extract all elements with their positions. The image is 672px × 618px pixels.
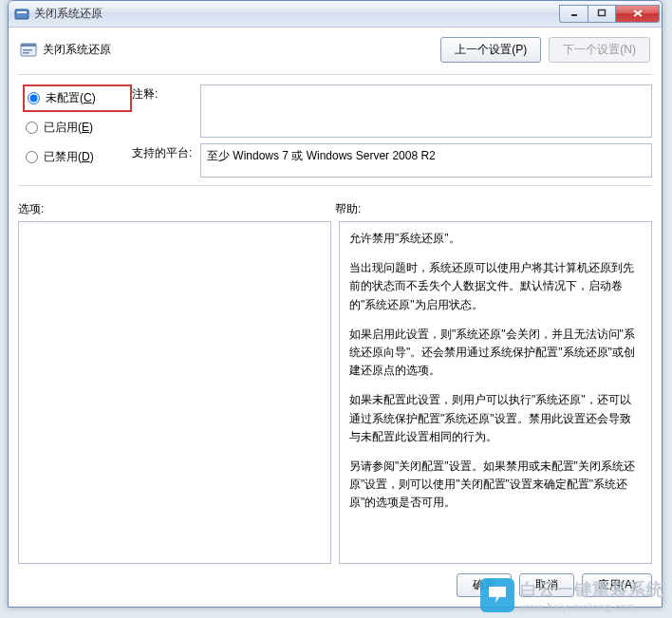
platform-label: 支持的平台:: [132, 143, 200, 161]
help-panel[interactable]: 允许禁用"系统还原"。当出现问题时，系统还原可以使用户将其计算机还原到先前的状态…: [339, 221, 652, 564]
close-button[interactable]: [616, 5, 660, 23]
config-section: 未配置(C) 已启用(E) 已禁用(D) 注释: 支持的平台:: [18, 84, 652, 178]
svg-rect-9: [23, 52, 29, 54]
radio-not-configured-input[interactable]: [28, 92, 40, 104]
policy-icon: [20, 42, 37, 59]
ok-button[interactable]: 确定: [457, 573, 512, 597]
radio-disabled[interactable]: 已禁用(D): [23, 147, 132, 167]
help-paragraph: 如果未配置此设置，则用户可以执行"系统还原"，还可以通过系统保护配置"系统还原"…: [349, 391, 642, 446]
divider: [18, 74, 652, 75]
comment-field[interactable]: [200, 84, 652, 138]
dialog-window: 关闭系统还原 关闭系统还原 上一个设置(P) 下一个设置(N): [8, 0, 663, 608]
options-label: 选项:: [18, 201, 335, 217]
window-title: 关闭系统还原: [34, 6, 559, 22]
help-label: 帮助:: [335, 201, 652, 217]
client-area: 关闭系统还原 上一个设置(P) 下一个设置(N) 未配置(C) 已启用(E): [9, 28, 662, 607]
svg-rect-7: [21, 44, 36, 47]
radio-enabled[interactable]: 已启用(E): [23, 118, 132, 138]
radio-disabled-input[interactable]: [26, 151, 38, 163]
svg-rect-1: [17, 11, 27, 13]
next-setting-button[interactable]: 下一个设置(N): [549, 37, 650, 63]
help-paragraph: 另请参阅"关闭配置"设置。如果禁用或未配置"关闭系统还原"设置，则可以使用"关闭…: [349, 458, 642, 513]
panels: 允许禁用"系统还原"。当出现问题时，系统还原可以使用户将其计算机还原到先前的状态…: [18, 221, 652, 564]
cancel-button[interactable]: 取消: [519, 573, 574, 597]
footer-buttons: 确定 取消 应用(A): [18, 564, 652, 597]
platform-field: 至少 Windows 7 或 Windows Server 2008 R2: [200, 143, 652, 178]
radio-not-configured[interactable]: 未配置(C): [23, 84, 132, 112]
policy-title: 关闭系统还原: [43, 42, 111, 58]
divider-2: [18, 185, 652, 186]
radio-group: 未配置(C) 已启用(E) 已禁用(D): [18, 84, 132, 178]
svg-rect-8: [23, 49, 32, 51]
minimize-button[interactable]: [559, 5, 588, 23]
svg-rect-0: [15, 9, 28, 19]
header-row: 关闭系统还原 上一个设置(P) 下一个设置(N): [18, 35, 652, 65]
window-controls: [559, 6, 660, 23]
help-paragraph: 如果启用此设置，则"系统还原"会关闭，并且无法访问"系统还原向导"。还会禁用通过…: [349, 326, 642, 381]
fields-column: 注释: 支持的平台: 至少 Windows 7 或 Windows Server…: [132, 84, 652, 178]
radio-enabled-input[interactable]: [26, 122, 38, 134]
comment-label: 注释:: [132, 84, 200, 103]
help-paragraph: 当出现问题时，系统还原可以使用户将其计算机还原到先前的状态而不丢失个人数据文件。…: [349, 259, 642, 314]
options-panel[interactable]: [18, 221, 331, 564]
previous-setting-button[interactable]: 上一个设置(P): [440, 37, 541, 63]
nav-buttons: 上一个设置(P) 下一个设置(N): [440, 37, 650, 63]
app-icon: [14, 7, 29, 22]
apply-button[interactable]: 应用(A): [582, 573, 652, 597]
maximize-button[interactable]: [588, 5, 616, 23]
titlebar[interactable]: 关闭系统还原: [9, 1, 662, 28]
svg-rect-3: [599, 10, 606, 16]
comment-row: 注释:: [132, 84, 652, 138]
help-paragraph: 允许禁用"系统还原"。: [349, 230, 642, 248]
panels-header: 选项: 帮助:: [18, 201, 652, 217]
platform-row: 支持的平台: 至少 Windows 7 或 Windows Server 200…: [132, 143, 652, 178]
